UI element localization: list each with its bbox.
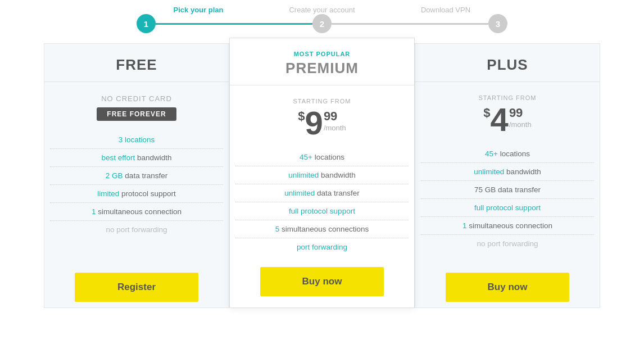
plus-feature-2: unlimited bandwidth: [421, 163, 594, 181]
free-features: 3 locations best effort bandwidth 2 GB d…: [50, 131, 223, 238]
plus-feature-6: no port forwarding: [421, 235, 594, 252]
plans-section: FREE NO CREDIT CARD FREE FOREVER 3 locat…: [0, 33, 644, 314]
step1-label: Pick your plan: [137, 6, 260, 14]
premium-header: MOST POPULAR PREMIUM: [230, 38, 414, 85]
progress-labels: Pick your plan Create your account Downl…: [137, 6, 507, 14]
premium-feature-6: port forwarding: [235, 238, 409, 256]
free-feature-5: 1 simultaneous connection: [50, 203, 223, 221]
free-feature-1: 3 locations: [50, 131, 223, 149]
premium-month: /month: [324, 124, 346, 132]
plus-feature-4: full protocol support: [421, 199, 594, 217]
premium-title: PREMIUM: [235, 60, 409, 77]
plus-price-label: STARTING FROM: [478, 94, 536, 101]
premium-features: 45+ locations unlimited bandwidth unlimi…: [235, 148, 409, 256]
premium-cents-month: 99 /month: [324, 107, 346, 132]
plus-title: PLUS: [421, 56, 594, 74]
premium-feature-5: 5 simultaneous connections: [235, 220, 409, 238]
plus-body: STARTING FROM $ 4 99 /month 45+ location…: [415, 82, 600, 307]
step1-circle: 1: [137, 14, 156, 33]
plus-feature-1: 45+ locations: [421, 145, 594, 163]
premium-feature-4: full protocol support: [235, 202, 409, 220]
free-body: NO CREDIT CARD FREE FOREVER 3 locations …: [44, 82, 229, 307]
plus-feature-3: 75 GB data transfer: [421, 181, 594, 199]
free-badge: FREE FOREVER: [97, 107, 176, 121]
progress-section: Pick your plan Create your account Downl…: [0, 0, 644, 33]
step2-circle: 2: [312, 14, 332, 33]
progress-circles: 1 2 3: [137, 14, 507, 33]
plus-buy-button[interactable]: Buy now: [446, 273, 569, 302]
premium-dollar: $: [298, 109, 305, 124]
free-title: FREE: [50, 56, 223, 74]
premium-price-label: STARTING FROM: [293, 98, 351, 105]
step3-label: Download VPN: [384, 6, 507, 14]
plan-card-plus: PLUS STARTING FROM $ 4 99 /month 45+ loc…: [415, 43, 600, 308]
premium-cents: 99: [324, 109, 346, 124]
plus-price-big: 4: [491, 103, 509, 136]
premium-price-big: 9: [305, 107, 323, 139]
premium-buy-button[interactable]: Buy now: [260, 267, 384, 296]
free-feature-2: best effort bandwidth: [50, 149, 223, 167]
free-feature-6: no port forwarding: [50, 221, 223, 238]
step3-circle: 3: [488, 14, 507, 33]
premium-feature-3: unlimited data transfer: [235, 184, 409, 202]
free-feature-4: limited protocol support: [50, 185, 223, 203]
line1: [156, 23, 312, 25]
free-no-credit: NO CREDIT CARD: [101, 94, 172, 103]
step2-label: Create your account: [260, 6, 384, 14]
plan-card-premium: MOST POPULAR PREMIUM STARTING FROM $ 9 9…: [229, 38, 415, 308]
free-header: FREE: [44, 44, 229, 82]
plus-month: /month: [509, 120, 532, 129]
premium-price-row: $ 9 99 /month: [298, 107, 346, 139]
plus-cents-month: 99 /month: [509, 103, 532, 129]
plus-features: 45+ locations unlimited bandwidth 75 GB …: [421, 145, 594, 252]
premium-feature-1: 45+ locations: [235, 148, 409, 166]
plan-card-free: FREE NO CREDIT CARD FREE FOREVER 3 locat…: [44, 43, 229, 308]
premium-feature-2: unlimited bandwidth: [235, 166, 409, 184]
plus-feature-5: 1 simultaneous connection: [421, 217, 594, 235]
plus-dollar: $: [483, 106, 490, 120]
premium-body: STARTING FROM $ 9 99 /month 45+ location…: [230, 85, 414, 302]
plus-header: PLUS: [415, 44, 600, 82]
free-feature-3: 2 GB data transfer: [50, 167, 223, 185]
most-popular-label: MOST POPULAR: [235, 51, 409, 57]
plus-cents: 99: [509, 106, 532, 120]
line2: [332, 23, 488, 25]
register-button[interactable]: Register: [75, 273, 198, 302]
plus-price-row: $ 4 99 /month: [483, 103, 531, 136]
